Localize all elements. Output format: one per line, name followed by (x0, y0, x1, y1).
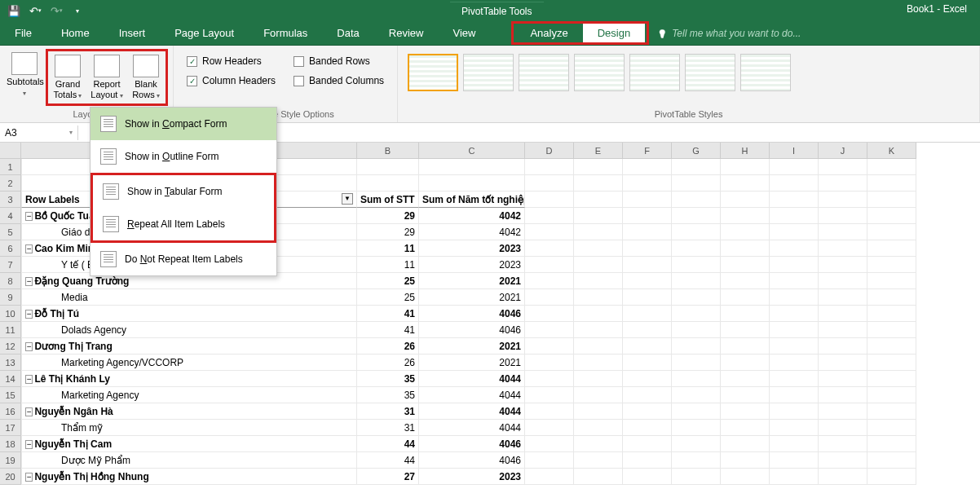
cell[interactable] (770, 436, 819, 452)
cell[interactable] (721, 208, 770, 224)
row-header[interactable]: 6 (0, 240, 21, 257)
column-header[interactable]: B (357, 143, 419, 159)
cell[interactable]: Marketing Agency (21, 387, 357, 403)
cell[interactable] (623, 387, 672, 403)
cell[interactable] (672, 175, 721, 192)
menu-tabular-form[interactable]: Show in Tabular Form (93, 175, 274, 208)
row-header[interactable]: 17 (0, 420, 21, 436)
cell[interactable]: Dược Mỹ Phẩm (21, 452, 357, 469)
cell[interactable] (770, 452, 819, 469)
cell[interactable] (867, 175, 916, 192)
cell[interactable] (574, 240, 623, 257)
row-header[interactable]: 4 (0, 208, 21, 224)
cell[interactable] (672, 452, 721, 469)
cell[interactable] (525, 403, 574, 420)
row-headers-checkbox[interactable]: ✓Row Headers (187, 55, 276, 67)
column-header[interactable]: J (819, 143, 867, 159)
menu-compact-form[interactable]: Show in Compact Form (90, 108, 276, 140)
style-thumb[interactable] (408, 54, 458, 91)
cell[interactable] (867, 403, 916, 420)
cell[interactable] (819, 403, 867, 420)
cell[interactable]: 4042 (419, 224, 525, 240)
cell[interactable] (867, 354, 916, 371)
banded-columns-checkbox[interactable]: Banded Columns (294, 75, 384, 86)
cell[interactable]: 2021 (419, 338, 525, 354)
cell[interactable] (574, 289, 623, 306)
cell[interactable] (672, 403, 721, 420)
column-header[interactable]: F (623, 143, 672, 159)
cell[interactable]: 31 (357, 420, 419, 436)
cell[interactable] (525, 289, 574, 306)
cell[interactable] (867, 289, 916, 306)
cell[interactable]: 4046 (419, 322, 525, 338)
tab-analyze[interactable]: Analyze (515, 24, 582, 42)
cell[interactable]: −Nguyễn Thị Hồng Nhung (21, 469, 357, 485)
menu-repeat-labels[interactable]: Repeat All Item Labels (93, 208, 274, 240)
cell[interactable] (623, 452, 672, 469)
tab-data[interactable]: Data (322, 21, 373, 45)
cell[interactable] (672, 322, 721, 338)
cell[interactable]: 4046 (419, 306, 525, 322)
cell[interactable]: 11 (357, 257, 419, 273)
cell[interactable] (672, 208, 721, 224)
cell[interactable] (721, 273, 770, 289)
cell[interactable] (770, 371, 819, 387)
cell[interactable] (867, 322, 916, 338)
cell[interactable] (574, 208, 623, 224)
cell[interactable]: 2023 (419, 469, 525, 485)
cell[interactable] (770, 403, 819, 420)
cell[interactable]: 25 (357, 273, 419, 289)
cell[interactable] (819, 257, 867, 273)
tab-file[interactable]: File (0, 21, 46, 45)
cell[interactable] (672, 289, 721, 306)
row-header[interactable]: 7 (0, 257, 21, 273)
row-header[interactable]: 18 (0, 436, 21, 452)
cell[interactable] (819, 273, 867, 289)
cell[interactable] (819, 322, 867, 338)
cell[interactable] (574, 224, 623, 240)
cell[interactable] (574, 403, 623, 420)
collapse-icon[interactable]: − (25, 440, 33, 449)
cell[interactable] (525, 354, 574, 371)
cell[interactable] (867, 273, 916, 289)
cell[interactable] (819, 208, 867, 224)
cell[interactable] (419, 159, 525, 175)
name-box[interactable]: A3 (0, 126, 78, 140)
cell[interactable]: 2021 (419, 289, 525, 306)
qat-customize-icon[interactable]: ▾ (70, 3, 85, 18)
cell[interactable] (721, 240, 770, 257)
tab-formulas[interactable]: Formulas (249, 21, 322, 45)
tab-design[interactable]: Design (583, 24, 645, 42)
blank-rows-button[interactable]: Blank Rows (126, 51, 166, 103)
cell[interactable] (867, 420, 916, 436)
row-header[interactable]: 20 (0, 469, 21, 485)
cell[interactable] (525, 371, 574, 387)
cell[interactable] (672, 469, 721, 485)
cell[interactable] (357, 159, 419, 175)
cell[interactable] (525, 338, 574, 354)
cell[interactable] (574, 257, 623, 273)
cell[interactable] (819, 338, 867, 354)
cell[interactable]: 29 (357, 224, 419, 240)
cell[interactable] (623, 306, 672, 322)
cell[interactable] (721, 322, 770, 338)
cell[interactable] (419, 175, 525, 192)
cell[interactable] (525, 469, 574, 485)
menu-no-repeat-labels[interactable]: Do Not Repeat Item Labels (90, 243, 276, 275)
cell[interactable] (672, 159, 721, 175)
cell[interactable] (819, 436, 867, 452)
cell[interactable] (672, 273, 721, 289)
report-layout-button[interactable]: Report Layout (87, 51, 126, 103)
cell[interactable]: 4044 (419, 403, 525, 420)
style-thumb[interactable] (740, 54, 791, 91)
tab-view[interactable]: View (438, 21, 490, 45)
collapse-icon[interactable]: − (25, 277, 33, 286)
cell[interactable] (574, 175, 623, 192)
cell[interactable] (623, 175, 672, 192)
grand-totals-button[interactable]: Grand Totals (48, 51, 87, 103)
row-header[interactable]: 15 (0, 387, 21, 403)
cell[interactable]: 2023 (419, 240, 525, 257)
filter-button[interactable]: ▼ (342, 193, 353, 205)
collapse-icon[interactable]: − (25, 212, 33, 221)
cell[interactable] (525, 192, 574, 208)
